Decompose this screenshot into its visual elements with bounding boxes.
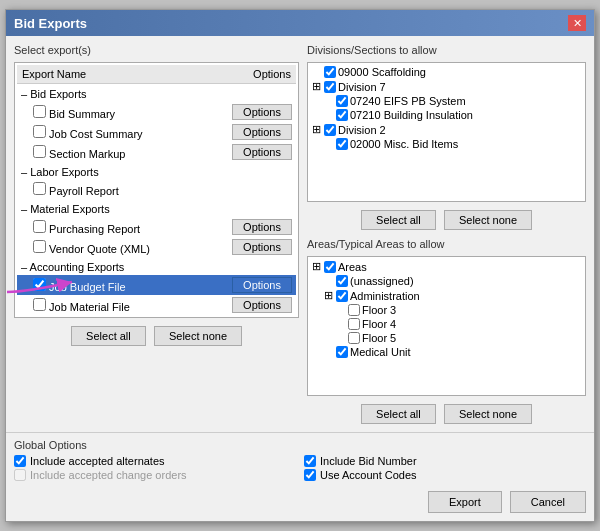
div-item-label: Division 2 (338, 124, 386, 136)
go-use-account-codes: Use Account Codes (304, 469, 586, 481)
list-item: ⊞ Administration (312, 288, 581, 303)
exports-select-all-button[interactable]: Select all (71, 326, 146, 346)
area-item-label: Floor 5 (362, 332, 396, 344)
area-item-label: Medical Unit (350, 346, 411, 358)
area-floor5-checkbox[interactable] (348, 332, 360, 344)
main-window: Bid Exports ✕ Select export(s) Export Na… (5, 9, 595, 522)
job-budget-checkbox[interactable] (33, 278, 46, 291)
area-item-label: Administration (350, 290, 420, 302)
go-include-alternates: Include accepted alternates (14, 455, 296, 467)
area-floor4-checkbox[interactable] (348, 318, 360, 330)
table-row: Job Cost Summary Options (17, 122, 296, 142)
job-cost-summary-checkbox[interactable] (33, 125, 46, 138)
section-markup-options-button[interactable]: Options (232, 144, 292, 160)
include-change-orders-checkbox (14, 469, 26, 481)
list-item: 07240 EIFS PB System (312, 94, 581, 108)
category-label: Labor Exports (30, 166, 98, 178)
use-account-codes-checkbox[interactable] (304, 469, 316, 481)
vendor-quote-checkbox[interactable] (33, 240, 46, 253)
areas-label: Areas/Typical Areas to allow (307, 238, 586, 250)
purchasing-report-checkbox[interactable] (33, 220, 46, 233)
area-expand-icon: ⊞ (324, 289, 334, 302)
table-row: Bid Summary Options (17, 102, 296, 122)
divisions-tree: 09000 Scaffolding ⊞ Division 7 07240 EIF… (307, 62, 586, 202)
category-material-exports: – Material Exports (17, 199, 296, 217)
exports-label: Select export(s) (14, 44, 299, 56)
table-row: Payroll Report (17, 180, 296, 199)
job-material-checkbox[interactable] (33, 298, 46, 311)
list-item: ⊞ Division 7 (312, 79, 581, 94)
div-item-label: 07210 Building Insulation (350, 109, 473, 121)
right-panel: Divisions/Sections to allow 09000 Scaffo… (307, 44, 586, 424)
expand-icon: – (21, 203, 27, 215)
div-item-label: 02000 Misc. Bid Items (350, 138, 458, 150)
divisions-select-none-button[interactable]: Select none (444, 210, 532, 230)
div-07210-checkbox[interactable] (336, 109, 348, 121)
export-item: Purchasing Report (17, 217, 204, 237)
payroll-report-checkbox[interactable] (33, 182, 46, 195)
category-accounting-exports: – Accounting Exports (17, 257, 296, 275)
job-budget-row[interactable]: Job Budget File (17, 275, 296, 295)
areas-select-none-button[interactable]: Select none (444, 404, 532, 424)
div-item-label: 07240 EIFS PB System (350, 95, 466, 107)
include-bid-number-label: Include Bid Number (320, 455, 417, 467)
areas-btn-row: Select all Select none (307, 404, 586, 424)
include-alternates-label: Include accepted alternates (30, 455, 165, 467)
cancel-button[interactable]: Cancel (510, 491, 586, 513)
list-item: (unassigned) (312, 274, 581, 288)
div7-checkbox[interactable] (324, 81, 336, 93)
use-account-codes-label: Use Account Codes (320, 469, 417, 481)
area-item-label: (unassigned) (350, 275, 414, 287)
export-item: Bid Summary (17, 102, 204, 122)
div-02000-checkbox[interactable] (336, 138, 348, 150)
area-unassigned-checkbox[interactable] (336, 275, 348, 287)
list-item: Medical Unit (312, 345, 581, 359)
bid-summary-options-button[interactable]: Options (232, 104, 292, 120)
job-budget-options-button[interactable]: Options (232, 277, 292, 293)
divisions-select-all-button[interactable]: Select all (361, 210, 436, 230)
div2-checkbox[interactable] (324, 124, 336, 136)
table-row: Job Material File Options (17, 295, 296, 315)
list-item: Floor 3 (312, 303, 581, 317)
left-panel: Select export(s) Export Name Options – (14, 44, 299, 424)
divisions-label: Divisions/Sections to allow (307, 44, 586, 56)
category-label: Material Exports (30, 203, 109, 215)
div-item-label: 09000 Scaffolding (338, 66, 426, 78)
area-medical-checkbox[interactable] (336, 346, 348, 358)
export-button[interactable]: Export (428, 491, 502, 513)
area-admin-checkbox[interactable] (336, 290, 348, 302)
window-title: Bid Exports (14, 16, 87, 31)
vendor-quote-options-button[interactable]: Options (232, 239, 292, 255)
div-expand-icon: ⊞ (312, 80, 322, 93)
list-item: ⊞ Division 2 (312, 122, 581, 137)
export-item: Section Markup (17, 142, 204, 162)
div-09000-checkbox[interactable] (324, 66, 336, 78)
job-material-options-button[interactable]: Options (232, 297, 292, 313)
close-button[interactable]: ✕ (568, 15, 586, 31)
expand-icon: – (21, 261, 27, 273)
category-bid-exports: – Bid Exports (17, 84, 296, 103)
left-btn-row: Select all Select none (14, 326, 299, 346)
area-expand-icon: ⊞ (312, 260, 322, 273)
expand-icon: – (21, 166, 27, 178)
include-bid-number-checkbox[interactable] (304, 455, 316, 467)
div-expand-icon: ⊞ (312, 123, 322, 136)
include-alternates-checkbox[interactable] (14, 455, 26, 467)
areas-tree: ⊞ Areas (unassigned) ⊞ Administration Fl… (307, 256, 586, 396)
bid-summary-checkbox[interactable] (33, 105, 46, 118)
export-item: Job Budget File (17, 275, 204, 295)
exports-select-none-button[interactable]: Select none (154, 326, 242, 346)
go-include-bid-number: Include Bid Number (304, 455, 586, 467)
job-cost-summary-options-button[interactable]: Options (232, 124, 292, 140)
div-07240-checkbox[interactable] (336, 95, 348, 107)
section-markup-checkbox[interactable] (33, 145, 46, 158)
list-item: ⊞ Areas (312, 259, 581, 274)
category-label: Accounting Exports (30, 261, 125, 273)
area-floor3-checkbox[interactable] (348, 304, 360, 316)
area-item-label: Floor 3 (362, 304, 396, 316)
list-item: 02000 Misc. Bid Items (312, 137, 581, 151)
purchasing-report-options-button[interactable]: Options (232, 219, 292, 235)
area-areas-checkbox[interactable] (324, 261, 336, 273)
areas-select-all-button[interactable]: Select all (361, 404, 436, 424)
list-item: 07210 Building Insulation (312, 108, 581, 122)
